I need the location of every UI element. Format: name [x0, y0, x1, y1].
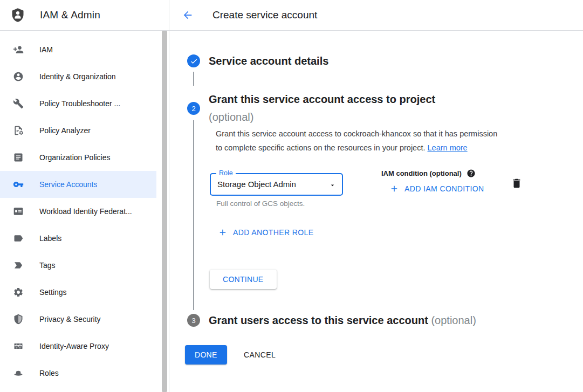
back-arrow-icon[interactable] — [182, 9, 194, 21]
sidebar-item-label: IAM — [39, 45, 53, 54]
sidebar-item-policy-analyzer[interactable]: Policy Analyzer — [0, 117, 156, 144]
iam-condition-label-row: IAM condition (optional) — [381, 169, 476, 178]
stepper-connector — [193, 120, 194, 310]
sidebar-item-label: Policy Troubleshooter ... — [39, 99, 120, 108]
tag-arrow-icon — [13, 260, 24, 271]
delete-role-icon[interactable] — [511, 177, 523, 189]
step-2-number: 2 — [191, 105, 195, 113]
sidebar-item-identity-organization[interactable]: Identity & Organization — [0, 63, 156, 90]
proxy-wall-icon — [13, 341, 24, 352]
iam-condition-label: IAM condition (optional) — [381, 169, 462, 177]
grant-description-line2: to complete specific actions on the reso… — [216, 141, 497, 155]
person-add-icon — [13, 44, 24, 55]
step-1-title[interactable]: Service account details — [209, 54, 328, 68]
sidebar-item-iam[interactable]: IAM — [0, 36, 156, 63]
sidebar-item-label: Labels — [39, 234, 61, 243]
learn-more-link[interactable]: Learn more — [428, 143, 468, 152]
sidebar-item-service-accounts[interactable]: Service Accounts — [0, 171, 156, 198]
sidebar-item-tags[interactable]: Tags — [0, 252, 156, 279]
sidebar-item-workload-identity-federation[interactable]: Workload Identity Federat... — [0, 198, 156, 225]
check-icon — [190, 57, 198, 65]
policy-analyzer-icon — [13, 125, 24, 136]
step-3-number: 3 — [191, 317, 195, 325]
step-2-title-text: Grant this service account access to pro… — [209, 91, 435, 108]
sidebar-item-label: Policy Analyzer — [39, 126, 91, 135]
sidebar: IAM & Admin IAMIdentity & OrganizationPo… — [0, 0, 169, 392]
sidebar-item-policy-troubleshooter[interactable]: Policy Troubleshooter ... — [0, 90, 156, 117]
sidebar-header: IAM & Admin — [0, 0, 169, 31]
sidebar-item-roles[interactable]: Roles — [0, 360, 156, 387]
dropdown-arrow-icon — [329, 181, 336, 188]
plus-icon — [218, 228, 228, 237]
cancel-button[interactable]: CANCEL — [241, 345, 279, 365]
grant-description-line1: Grant this service account access to coc… — [216, 127, 497, 141]
sidebar-item-identity-aware-proxy[interactable]: Identity-Aware Proxy — [0, 333, 156, 360]
iam-shield-icon — [10, 8, 25, 23]
sidebar-item-label: Identity & Organization — [39, 72, 116, 81]
sidebar-item-label: Identity-Aware Proxy — [39, 342, 109, 350]
step-2-indicator: 2 — [187, 102, 200, 115]
step-2-title-optional: (optional) — [209, 108, 435, 126]
step-3-title-text: Grant users access to this service accou… — [209, 314, 428, 326]
sidebar-item-label: Workload Identity Federat... — [39, 207, 132, 216]
sidebar-scrollbar[interactable] — [162, 31, 167, 392]
stepper-connector — [193, 72, 194, 86]
document-lines-icon — [13, 152, 24, 163]
main-panel: Create service account Service account d… — [169, 0, 583, 392]
sidebar-item-label: Privacy & Security — [39, 315, 101, 324]
grant-description: Grant this service account access to coc… — [216, 127, 497, 155]
step-3-title-optional: (optional) — [431, 314, 476, 326]
sidebar-item-label: Service Accounts — [39, 180, 97, 189]
sidebar-item-organization-policies[interactable]: Organization Policies — [0, 144, 156, 171]
label-tag-icon — [13, 233, 24, 244]
sidebar-item-settings[interactable]: Settings — [0, 279, 156, 306]
main-header: Create service account — [169, 0, 583, 31]
sidebar-item-label: Tags — [39, 261, 56, 270]
add-another-role-button[interactable]: ADD ANOTHER ROLE — [218, 228, 314, 237]
continue-button[interactable]: CONTINUE — [210, 270, 277, 289]
add-iam-condition-button[interactable]: ADD IAM CONDITION — [389, 184, 484, 194]
id-card-icon — [13, 206, 24, 217]
create-service-account-page: IAM & Admin IAMIdentity & OrganizationPo… — [0, 0, 583, 392]
account-circle-icon — [13, 71, 24, 82]
sidebar-item-privacy-security[interactable]: Privacy & Security — [0, 306, 156, 333]
sidebar-item-label: Roles — [39, 369, 59, 377]
step-2-title: Grant this service account access to pro… — [209, 91, 435, 126]
role-select[interactable]: Role Storage Object Admin — [210, 173, 343, 196]
done-button[interactable]: DONE — [185, 345, 227, 365]
help-icon[interactable] — [467, 169, 476, 178]
step-3-indicator: 3 — [187, 314, 200, 327]
role-select-value: Storage Object Admin — [217, 174, 296, 195]
wrench-icon — [13, 98, 24, 109]
sidebar-nav: IAMIdentity & OrganizationPolicy Trouble… — [0, 31, 169, 387]
sidebar-item-label: Organization Policies — [39, 153, 111, 162]
sidebar-item-label: Settings — [39, 288, 67, 297]
gear-icon — [13, 287, 24, 298]
privacy-shield-icon — [13, 314, 24, 325]
app-title[interactable]: IAM & Admin — [40, 9, 100, 21]
roles-hat-icon — [13, 368, 24, 379]
step-1-indicator — [187, 54, 200, 67]
plus-icon — [389, 184, 399, 194]
page-title: Create service account — [212, 9, 317, 21]
role-helper-text: Full control of GCS objects. — [216, 200, 305, 208]
step-3-title: Grant users access to this service accou… — [209, 313, 476, 327]
service-account-key-icon — [13, 179, 24, 190]
sidebar-item-labels[interactable]: Labels — [0, 225, 156, 252]
